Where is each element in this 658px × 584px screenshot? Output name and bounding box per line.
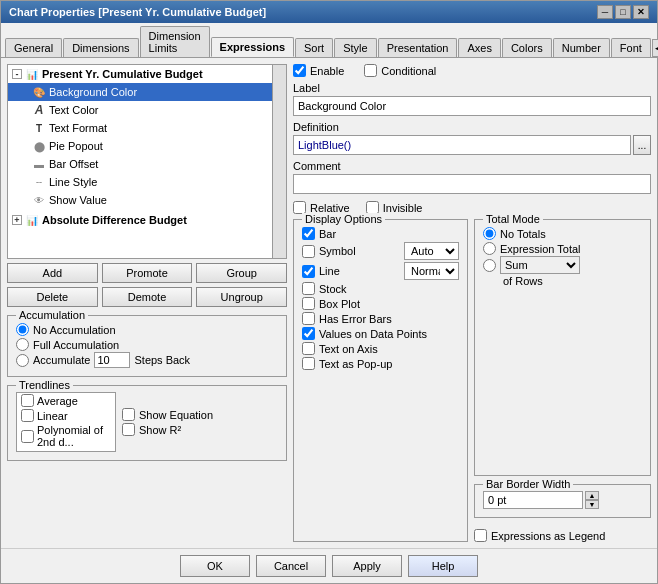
color-icon: 🎨 <box>32 85 46 99</box>
tab-presentation[interactable]: Presentation <box>378 38 458 57</box>
invisible-label: Invisible <box>383 202 423 214</box>
title-bar: Chart Properties [Present Yr. Cumulative… <box>1 1 657 23</box>
show-equation-cb[interactable] <box>122 408 135 421</box>
delete-button[interactable]: Delete <box>7 287 98 307</box>
tree-item-label-5: Line Style <box>49 176 97 188</box>
group-button[interactable]: Group <box>196 263 287 283</box>
tab-number[interactable]: Number <box>553 38 610 57</box>
bar-border-input[interactable] <box>483 491 583 509</box>
no-accumulation-radio[interactable] <box>16 323 29 336</box>
accumulate-row: Accumulate Steps Back <box>16 352 278 368</box>
expression-tree[interactable]: - 📊 Present Yr. Cumulative Budget 🎨 Back… <box>7 64 287 259</box>
tab-colors[interactable]: Colors <box>502 38 552 57</box>
no-totals-radio[interactable] <box>483 227 496 240</box>
bar-border-down[interactable]: ▼ <box>585 500 599 509</box>
trendline-poly2-cb[interactable] <box>21 430 34 443</box>
close-button[interactable]: ✕ <box>633 5 649 19</box>
tab-scroll-left[interactable]: ◀ <box>652 39 658 57</box>
values-data-points-label: Values on Data Points <box>319 328 427 340</box>
tree-scrollbar[interactable] <box>272 65 286 258</box>
tab-axes[interactable]: Axes <box>458 38 500 57</box>
line-select[interactable]: Normal Dashed Dotted <box>404 262 459 280</box>
tree-expand-root[interactable]: - <box>12 69 22 79</box>
tab-sort[interactable]: Sort <box>295 38 333 57</box>
symbol-checkbox[interactable] <box>302 245 315 258</box>
trendlines-list[interactable]: Average Linear Polynomial of 2nd d... <box>16 392 116 452</box>
maximize-button[interactable]: □ <box>615 5 631 19</box>
action-buttons-row1: Add Promote Group <box>7 263 287 283</box>
full-accumulation-radio[interactable] <box>16 338 29 351</box>
trendlines-group: Trendlines Average Linear Po <box>7 385 287 461</box>
help-button[interactable]: Help <box>408 555 478 577</box>
tree-item-text-color[interactable]: A Text Color <box>8 101 286 119</box>
ellipsis-button[interactable]: ... <box>633 135 651 155</box>
chart-icon: 📊 <box>25 67 39 81</box>
expression-total-radio[interactable] <box>483 242 496 255</box>
tab-style[interactable]: Style <box>334 38 376 57</box>
label-field-input[interactable] <box>293 96 651 116</box>
ungroup-button[interactable]: Ungroup <box>196 287 287 307</box>
stock-checkbox[interactable] <box>302 282 315 295</box>
of-rows-label: of Rows <box>483 275 642 287</box>
line-checkbox[interactable] <box>302 265 315 278</box>
tree-item-show-value[interactable]: 👁 Show Value <box>8 191 286 209</box>
text-on-axis-checkbox[interactable] <box>302 342 315 355</box>
tree-item-background-color[interactable]: 🎨 Background Color <box>8 83 286 101</box>
sum-select[interactable]: Sum Avg Min Max <box>500 256 580 274</box>
tree-second-root[interactable]: + 📊 Absolute Difference Budget <box>8 211 286 229</box>
error-bars-checkbox[interactable] <box>302 312 315 325</box>
tree-item-line-style[interactable]: ╌ Line Style <box>8 173 286 191</box>
trendline-average-label: Average <box>37 395 78 407</box>
tree-expand-second[interactable]: + <box>12 215 22 225</box>
sum-radio[interactable] <box>483 259 496 272</box>
definition-input[interactable] <box>293 135 631 155</box>
bar-border-up[interactable]: ▲ <box>585 491 599 500</box>
ok-button[interactable]: OK <box>180 555 250 577</box>
tree-root[interactable]: - 📊 Present Yr. Cumulative Budget <box>8 65 286 83</box>
trendline-linear-label: Linear <box>37 410 68 422</box>
tree-item-label-4: Bar Offset <box>49 158 98 170</box>
add-button[interactable]: Add <box>7 263 98 283</box>
trendline-average-cb[interactable] <box>21 394 34 407</box>
steps-input[interactable] <box>94 352 130 368</box>
tab-expressions[interactable]: Expressions <box>211 37 294 57</box>
tree-item-text-format[interactable]: T Text Format <box>8 119 286 137</box>
text-popup-option-row: Text as Pop-up <box>302 356 459 371</box>
accumulate-radio[interactable] <box>16 354 29 367</box>
cancel-button[interactable]: Cancel <box>256 555 326 577</box>
bar-checkbox[interactable] <box>302 227 315 240</box>
trendline-poly3[interactable]: Polynomial of 3rd d... <box>17 449 115 452</box>
conditional-checkbox[interactable] <box>364 64 377 77</box>
trendline-average[interactable]: Average <box>17 393 115 408</box>
enable-checkbox[interactable] <box>293 64 306 77</box>
apply-button[interactable]: Apply <box>332 555 402 577</box>
demote-button[interactable]: Demote <box>102 287 193 307</box>
show-r2-cb[interactable] <box>122 423 135 436</box>
show-r2-row: Show R² <box>122 423 213 436</box>
expr-legend-checkbox[interactable] <box>474 529 487 542</box>
tab-dimensions[interactable]: Dimensions <box>63 38 138 57</box>
box-plot-checkbox[interactable] <box>302 297 315 310</box>
error-bars-option-row: Has Error Bars <box>302 311 459 326</box>
values-data-points-checkbox[interactable] <box>302 327 315 340</box>
tab-general[interactable]: General <box>5 38 62 57</box>
promote-button[interactable]: Promote <box>102 263 193 283</box>
trendline-linear-cb[interactable] <box>21 409 34 422</box>
trendline-linear[interactable]: Linear <box>17 408 115 423</box>
tree-second-root-label: Absolute Difference Budget <box>42 214 187 226</box>
trendline-poly2[interactable]: Polynomial of 2nd d... <box>17 423 115 449</box>
comment-input[interactable] <box>293 174 651 194</box>
tab-font[interactable]: Font <box>611 38 651 57</box>
symbol-option-row: Symbol Auto Circle Square <box>302 241 459 261</box>
trendline-poly2-label: Polynomial of 2nd d... <box>37 424 111 448</box>
tree-item-label-1: Text Color <box>49 104 99 116</box>
enable-row: Enable Conditional <box>293 64 651 77</box>
tree-item-bar-offset[interactable]: ▬ Bar Offset <box>8 155 286 173</box>
tab-dimension-limits[interactable]: Dimension Limits <box>140 26 210 57</box>
expression-total-row: Expression Total <box>483 241 642 256</box>
show-equation-label: Show Equation <box>139 409 213 421</box>
text-popup-checkbox[interactable] <box>302 357 315 370</box>
tree-item-pie-popout[interactable]: ⬤ Pie Popout <box>8 137 286 155</box>
symbol-select[interactable]: Auto Circle Square <box>404 242 459 260</box>
minimize-button[interactable]: ─ <box>597 5 613 19</box>
